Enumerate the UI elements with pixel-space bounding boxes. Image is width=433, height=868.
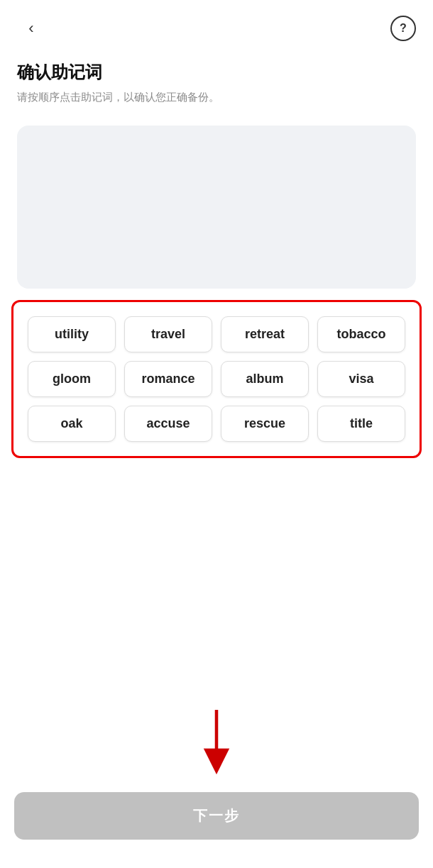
word-chip-gloom[interactable]: gloom bbox=[28, 361, 116, 397]
page-subtitle: 请按顺序点击助记词，以确认您正确备份。 bbox=[17, 89, 416, 106]
word-chip-rescue[interactable]: rescue bbox=[221, 406, 309, 442]
word-chip-album[interactable]: album bbox=[221, 361, 309, 397]
word-chip-retreat[interactable]: retreat bbox=[221, 316, 309, 352]
help-button[interactable]: ? bbox=[390, 16, 416, 41]
mnemonic-display-area bbox=[17, 126, 416, 289]
svg-marker-1 bbox=[204, 749, 229, 774]
word-chip-oak[interactable]: oak bbox=[28, 406, 116, 442]
word-chip-travel[interactable]: travel bbox=[124, 316, 212, 352]
word-chip-visa[interactable]: visa bbox=[317, 361, 405, 397]
next-button[interactable]: 下一步 bbox=[14, 792, 419, 840]
word-grid: utilitytravelretreattobaccogloomromancea… bbox=[22, 311, 411, 447]
header: ‹ ? bbox=[0, 0, 433, 54]
arrow-container bbox=[14, 710, 419, 781]
title-section: 确认助记词 请按顺序点击助记词，以确认您正确备份。 bbox=[0, 54, 433, 111]
down-arrow-icon bbox=[195, 710, 238, 781]
word-grid-container: utilitytravelretreattobaccogloomromancea… bbox=[11, 300, 422, 458]
back-icon: ‹ bbox=[28, 19, 33, 38]
word-chip-title[interactable]: title bbox=[317, 406, 405, 442]
word-chip-accuse[interactable]: accuse bbox=[124, 406, 212, 442]
back-button[interactable]: ‹ bbox=[17, 14, 45, 43]
help-icon: ? bbox=[400, 22, 407, 35]
page-title: 确认助记词 bbox=[17, 61, 416, 84]
next-button-area: 下一步 bbox=[0, 696, 433, 868]
word-chip-tobacco[interactable]: tobacco bbox=[317, 316, 405, 352]
word-chip-romance[interactable]: romance bbox=[124, 361, 212, 397]
word-chip-utility[interactable]: utility bbox=[28, 316, 116, 352]
